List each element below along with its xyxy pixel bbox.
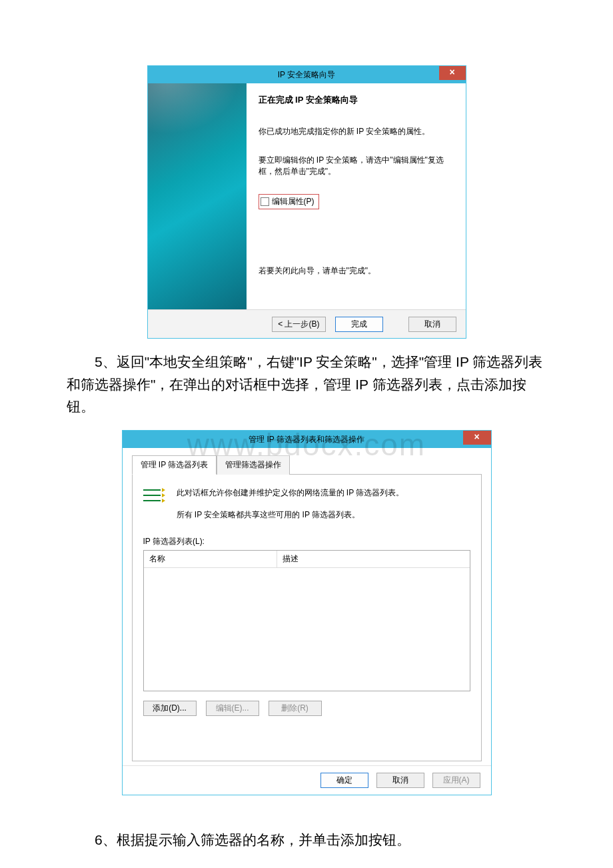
- edit-properties-group: 编辑属性(P): [259, 194, 319, 209]
- col-name[interactable]: 名称: [144, 551, 277, 567]
- wizard-body: 正在完成 IP 安全策略向导 你已成功地完成指定你的新 IP 安全策略的属性。 …: [148, 83, 466, 310]
- document-step-5: 5、返回"本地安全组策略"，右键"IP 安全策略"，选择"管理 IP 筛选器列表…: [0, 351, 613, 418]
- tab-row: 管理 IP 筛选器列表 管理筛选器操作: [132, 455, 482, 475]
- dialog-inner: 管理 IP 筛选器列表 管理筛选器操作 此对话框允许你创建并维护定义你的网络流量…: [123, 448, 491, 765]
- manage-ip-filter-dialog: 管理 IP 筛选器列表和筛选器操作 × 管理 IP 筛选器列表 管理筛选器操作 …: [122, 430, 492, 795]
- ip-security-wizard-dialog: IP 安全策略向导 × 正在完成 IP 安全策略向导 你已成功地完成指定你的新 …: [147, 65, 466, 339]
- wizard-main: 正在完成 IP 安全策略向导 你已成功地完成指定你的新 IP 安全策略的属性。 …: [247, 83, 466, 309]
- wizard-side-graphic: [148, 83, 247, 309]
- wizard-title: IP 安全策略向导: [278, 70, 335, 79]
- cancel-button[interactable]: 取消: [408, 317, 456, 332]
- ok-button[interactable]: 确定: [320, 773, 368, 788]
- side-glow: [148, 83, 247, 143]
- list-header: 名称 描述: [144, 551, 470, 568]
- filter-list-label: IP 筛选器列表(L):: [143, 536, 470, 547]
- remove-button[interactable]: 删除(R): [269, 701, 322, 716]
- tab-content: 此对话框允许你创建并维护定义你的网络流量的 IP 筛选器列表。 所有 IP 安全…: [132, 475, 482, 761]
- edit-button[interactable]: 编辑(E)...: [206, 701, 259, 716]
- list-buttons: 添加(D)... 编辑(E)... 删除(R): [143, 701, 470, 716]
- filter-listbox[interactable]: 名称 描述: [143, 550, 470, 691]
- filter-list-icon: [143, 487, 166, 507]
- document-step-6: 6、根据提示输入筛选器的名称，并单击添加按钮。: [0, 829, 613, 851]
- edit-properties-label: 编辑属性(P): [272, 196, 314, 207]
- dialog-description: 此对话框允许你创建并维护定义你的网络流量的 IP 筛选器列表。 所有 IP 安全…: [177, 487, 404, 531]
- apply-button[interactable]: 应用(A): [432, 773, 480, 788]
- close-button[interactable]: ×: [463, 431, 491, 445]
- back-button[interactable]: < 上一步(B): [272, 317, 325, 332]
- dialog-titlebar[interactable]: 管理 IP 筛选器列表和筛选器操作 ×: [123, 431, 491, 448]
- wizard-titlebar[interactable]: IP 安全策略向导 ×: [148, 66, 466, 83]
- dialog-desc-1: 此对话框允许你创建并维护定义你的网络流量的 IP 筛选器列表。: [177, 487, 404, 499]
- wizard-text-2: 要立即编辑你的 IP 安全策略，请选中"编辑属性"复选框，然后单击"完成"。: [259, 155, 454, 177]
- tab-filter-list[interactable]: 管理 IP 筛选器列表: [132, 455, 217, 475]
- close-icon: ×: [474, 431, 479, 442]
- wizard-text-3: 若要关闭此向导，请单击"完成"。: [259, 265, 454, 277]
- wizard-text-1: 你已成功地完成指定你的新 IP 安全策略的属性。: [259, 126, 454, 137]
- dialog-description-row: 此对话框允许你创建并维护定义你的网络流量的 IP 筛选器列表。 所有 IP 安全…: [143, 487, 470, 531]
- add-button[interactable]: 添加(D)...: [143, 701, 197, 716]
- close-button[interactable]: ×: [439, 66, 466, 80]
- cancel-button[interactable]: 取消: [376, 773, 424, 788]
- col-desc[interactable]: 描述: [277, 551, 470, 567]
- close-icon: ×: [449, 67, 454, 77]
- tab-filter-ops[interactable]: 管理筛选器操作: [217, 455, 290, 475]
- wizard-heading: 正在完成 IP 安全策略向导: [259, 94, 454, 106]
- dialog-footer: 确定 取消 应用(A): [123, 765, 491, 795]
- wizard-footer: < 上一步(B) 完成 取消: [148, 310, 466, 338]
- edit-properties-checkbox[interactable]: [261, 197, 269, 206]
- finish-button[interactable]: 完成: [335, 317, 383, 332]
- dialog-title: 管理 IP 筛选器列表和筛选器操作: [249, 435, 364, 444]
- dialog-desc-2: 所有 IP 安全策略都共享这些可用的 IP 筛选器列表。: [177, 509, 404, 521]
